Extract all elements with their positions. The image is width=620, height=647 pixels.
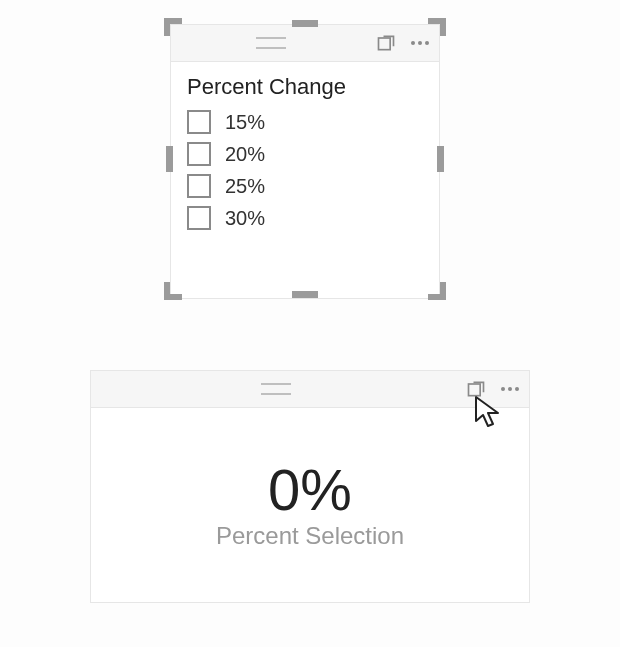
report-canvas[interactable]: Percent Change 15% 20% 25% 30%	[0, 0, 620, 647]
card-value: 0%	[268, 460, 352, 521]
focus-mode-button[interactable]	[465, 378, 487, 400]
slicer-item-label: 20%	[225, 143, 265, 166]
resize-handle-right[interactable]	[437, 146, 444, 172]
card-header[interactable]	[90, 370, 530, 407]
drag-grip-icon	[261, 383, 291, 395]
svg-point-5	[501, 387, 505, 391]
slicer-body: Percent Change 15% 20% 25% 30%	[170, 61, 440, 299]
svg-point-1	[411, 41, 415, 45]
svg-point-7	[515, 387, 519, 391]
resize-corner-br[interactable]	[428, 282, 446, 300]
drag-grip[interactable]	[99, 383, 453, 395]
checkbox-icon[interactable]	[187, 174, 211, 198]
resize-handle-bottom[interactable]	[292, 291, 318, 298]
more-options-icon	[500, 386, 520, 392]
slicer-header[interactable]	[170, 24, 440, 61]
card-label: Percent Selection	[216, 522, 404, 550]
resize-corner-tl[interactable]	[164, 18, 182, 36]
checkbox-icon[interactable]	[187, 142, 211, 166]
slicer-item-label: 30%	[225, 207, 265, 230]
slicer-title: Percent Change	[187, 74, 423, 100]
resize-handle-top[interactable]	[292, 20, 318, 27]
slicer-item-label: 25%	[225, 175, 265, 198]
card-visual[interactable]: 0% Percent Selection	[90, 370, 530, 600]
drag-grip[interactable]	[179, 37, 363, 49]
resize-handle-left[interactable]	[166, 146, 173, 172]
slicer-item-list: 15% 20% 25% 30%	[187, 110, 423, 230]
slicer-item-label: 15%	[225, 111, 265, 134]
resize-corner-bl[interactable]	[164, 282, 182, 300]
slicer-item[interactable]: 30%	[187, 206, 423, 230]
card-body: 0% Percent Selection	[90, 407, 530, 603]
slicer-item[interactable]: 20%	[187, 142, 423, 166]
resize-corner-tr[interactable]	[428, 18, 446, 36]
svg-rect-4	[469, 384, 481, 396]
checkbox-icon[interactable]	[187, 206, 211, 230]
slicer-item[interactable]: 25%	[187, 174, 423, 198]
more-options-button[interactable]	[499, 378, 521, 400]
more-options-icon	[410, 40, 430, 46]
focus-mode-icon	[466, 379, 486, 399]
svg-point-2	[418, 41, 422, 45]
svg-point-6	[508, 387, 512, 391]
focus-mode-button[interactable]	[375, 32, 397, 54]
checkbox-icon[interactable]	[187, 110, 211, 134]
focus-mode-icon	[376, 33, 396, 53]
svg-point-3	[425, 41, 429, 45]
svg-rect-0	[379, 38, 391, 50]
slicer-item[interactable]: 15%	[187, 110, 423, 134]
slicer-visual[interactable]: Percent Change 15% 20% 25% 30%	[170, 24, 440, 294]
drag-grip-icon	[256, 37, 286, 49]
